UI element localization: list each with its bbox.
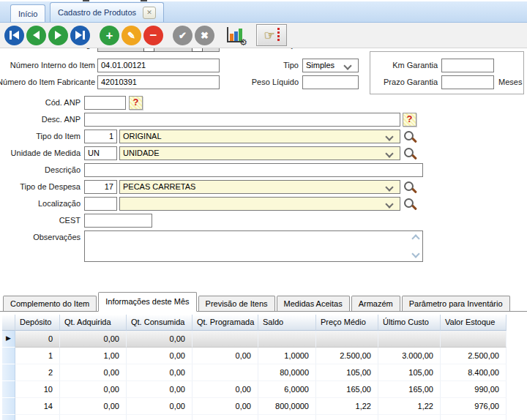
localizacao-search-icon[interactable]	[404, 198, 416, 211]
cod-anp-help-button[interactable]: ?	[129, 96, 143, 110]
table-row[interactable]: 140,000,000,00800,00001,221,22976,00	[2, 398, 525, 415]
unidade-code-field[interactable]: UN	[84, 146, 117, 160]
grid-cell[interactable]: 0,00	[127, 331, 193, 348]
tipo-despesa-select[interactable]: PECAS CARRETAS	[119, 180, 400, 194]
grid-cell[interactable]: 0	[15, 331, 60, 348]
table-row[interactable]: 170,000,000,00470,000031,0085,4013.000,7…	[2, 415, 525, 420]
grid-cell[interactable]: 0,00	[60, 415, 127, 420]
grid-cell[interactable]: 0,00	[60, 331, 127, 348]
grid-cell[interactable]: 0,00	[127, 381, 193, 398]
delete-record-button[interactable]: −	[143, 26, 163, 45]
grid-column-header[interactable]: Preço Médio	[316, 315, 378, 331]
grid-cell[interactable]: 0,00	[127, 415, 193, 420]
grid-cell[interactable]: 165,00	[316, 381, 378, 398]
grid-cell[interactable]: 0,00	[127, 398, 193, 415]
grid-cell[interactable]	[316, 331, 378, 348]
grid-cell[interactable]: 0,00	[60, 364, 127, 381]
grid-cell[interactable]: 31,00	[316, 415, 378, 420]
grid-cell[interactable]: 470,0000	[258, 415, 316, 420]
grid-cell[interactable]: 1,0000	[258, 348, 316, 364]
numero-interno-field[interactable]: 04.01.00121	[97, 59, 220, 72]
select-record-button[interactable]: ☞	[256, 24, 287, 46]
grid-cell[interactable]: 14	[15, 398, 60, 415]
desc-anp-field[interactable]	[84, 113, 400, 127]
tab-medidas-aceitas[interactable]: Medidas Aceitas	[277, 296, 350, 311]
descricao-field[interactable]	[84, 163, 423, 177]
grid-cell[interactable]: 6,0000	[258, 381, 316, 398]
grid-column-header[interactable]: Depósito	[15, 315, 60, 331]
next-record-button[interactable]	[48, 26, 68, 45]
grid-cell[interactable]: 1	[15, 348, 60, 364]
grid-cell[interactable]: 976,00	[441, 398, 507, 415]
tab-cadastro-de-produtos[interactable]: Cadastro de Produtos ✕	[50, 2, 164, 22]
grid-cell[interactable]: 2	[15, 364, 60, 381]
observacoes-field[interactable]	[84, 230, 423, 262]
tipo-despesa-search-icon[interactable]	[404, 181, 416, 194]
table-row[interactable]: 100,000,000,006,0000165,00165,00990,00	[2, 381, 525, 398]
grid-column-header[interactable]: Último Custo	[378, 315, 441, 331]
table-row[interactable]: 20,000,0080,0000105,00105,008.400,00	[2, 364, 525, 381]
prazo-garantia-field[interactable]	[441, 75, 494, 89]
chart-button[interactable]: ⚙	[225, 26, 247, 45]
km-garantia-field[interactable]	[441, 59, 494, 72]
desc-anp-help-button[interactable]: ?	[403, 113, 416, 127]
grid-cell[interactable]: 2.500,00	[441, 348, 507, 364]
tab-previsao-de-itens[interactable]: Previsão de Itens	[198, 296, 275, 311]
first-record-button[interactable]	[4, 26, 24, 45]
scroll-down-icon[interactable]	[411, 250, 419, 258]
grid-cell[interactable]: 800,0000	[258, 398, 316, 415]
grid-cell[interactable]: 10	[15, 381, 60, 398]
grid-cell[interactable]: 0,00	[60, 381, 127, 398]
tipo-select[interactable]: Simples	[302, 59, 359, 72]
grid-cell[interactable]: 105,00	[316, 364, 378, 381]
grid-column-header[interactable]: Qt. Programada	[193, 315, 258, 331]
insert-record-button[interactable]: +	[100, 26, 119, 45]
cod-anp-field[interactable]	[84, 96, 126, 110]
tipo-item-search-icon[interactable]	[404, 131, 416, 143]
grid-cell[interactable]: 990,00	[441, 381, 507, 398]
grid-column-header[interactable]: Qt. Adquirida	[60, 315, 127, 331]
row-header-cell[interactable]	[2, 415, 15, 420]
tab-inicio[interactable]: Início	[10, 4, 45, 22]
confirm-button[interactable]: ✔	[173, 26, 193, 45]
close-tab-icon[interactable]: ✕	[143, 7, 156, 19]
tipo-item-select[interactable]: ORIGINAL	[119, 130, 400, 143]
grid-cell[interactable]: 85,40	[378, 415, 441, 420]
grid-cell[interactable]	[193, 364, 258, 381]
grid-cell[interactable]: 0,00	[193, 381, 258, 398]
unidade-select[interactable]: UNIDADE	[119, 146, 400, 160]
numero-fabricante-field[interactable]: 42010391	[97, 75, 220, 89]
grid-cell[interactable]: 1,22	[378, 398, 441, 415]
grid-cell[interactable]	[378, 331, 441, 348]
tab-parametro-para-inventario[interactable]: Parâmetro para Inventário	[402, 296, 510, 311]
table-row[interactable]: ▶00,000,00	[2, 331, 525, 348]
table-row[interactable]: 11,000,000,001,00002.500,003.000,002.500…	[2, 348, 525, 364]
row-header-cell[interactable]	[2, 398, 15, 415]
grid-cell[interactable]: 1,00	[60, 348, 127, 364]
grid-cell[interactable]	[441, 331, 507, 348]
grid-cell[interactable]: 0,00	[193, 348, 258, 364]
grid-cell[interactable]: 0,00	[127, 348, 193, 364]
tab-complemento-do-item[interactable]: Complemento do Item	[3, 296, 97, 311]
tab-informacoes-deste-mes[interactable]: Informações deste Mês	[98, 292, 196, 312]
row-header-cell[interactable]	[2, 348, 15, 364]
grid-cell[interactable]: 1,22	[316, 398, 378, 415]
cest-field[interactable]	[84, 214, 152, 228]
grid-cell[interactable]: 8.400,00	[441, 364, 507, 381]
inativo-checkbox[interactable]	[143, 48, 154, 52]
row-header-cell[interactable]	[2, 381, 15, 398]
pertence-checkbox[interactable]	[192, 48, 203, 52]
prior-record-button[interactable]	[26, 26, 46, 45]
grid-cell[interactable]: 17	[15, 415, 60, 420]
grid-cell[interactable]: 105,00	[378, 364, 441, 381]
grid-cell[interactable]: 80,0000	[258, 364, 316, 381]
grid-cell[interactable]: 0,00	[60, 398, 127, 415]
grid-cell[interactable]: 0,00	[127, 364, 193, 381]
grid-cell[interactable]: 0,00	[193, 415, 258, 420]
grid-cell[interactable]	[193, 331, 258, 348]
last-record-button[interactable]	[70, 26, 90, 45]
grid-column-header[interactable]: Qt. Consumida	[127, 315, 193, 331]
grid-column-header[interactable]: Saldo	[258, 315, 316, 331]
grid-cell[interactable]: 165,00	[378, 381, 441, 398]
localizacao-code-field[interactable]	[84, 197, 117, 211]
